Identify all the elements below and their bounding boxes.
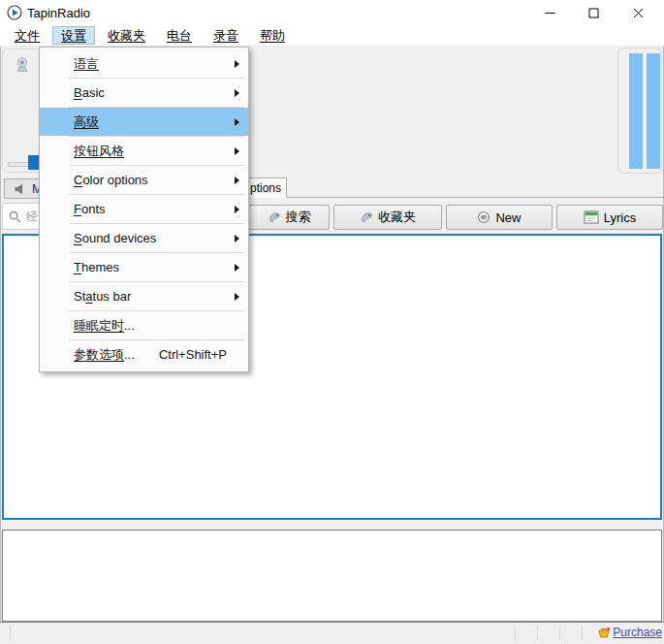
menubar-item-help[interactable]: 帮助 [251, 26, 294, 45]
lyrics-lyrics-window-icon [584, 210, 599, 224]
submenu-arrow-icon [235, 118, 239, 126]
search-wave-icon [268, 210, 281, 224]
menu-item-label: 高级 [74, 113, 99, 131]
menu-item-advanced[interactable]: 高级 [40, 108, 248, 136]
detail-panel[interactable] [2, 530, 662, 622]
submenu-arrow-icon [235, 235, 239, 242]
menubar-item-label: 帮助 [260, 27, 285, 45]
menubar-item-favorites[interactable]: 收藏夹 [99, 26, 154, 45]
menu-item-label: Basic [74, 85, 105, 100]
purchase-icon [597, 626, 611, 639]
menubar-item-label: 设置 [61, 27, 86, 45]
search-input-text: 经 [26, 209, 38, 225]
close-button[interactable] [617, 0, 660, 25]
menu-item-label: Color options [74, 173, 148, 187]
toolbar-button-label: Lyrics [604, 210, 636, 225]
menu-item-fonts[interactable]: Fonts [40, 195, 248, 223]
tab-options-partial[interactable]: ptions [243, 177, 287, 198]
settings-dropdown-menu: 语言Basic高级按钮风格Color optionsFontsSound dev… [39, 47, 249, 372]
app-play-icon [7, 5, 22, 20]
maximize-button[interactable] [572, 0, 616, 25]
statusbar-separator [515, 627, 516, 640]
statusbar-separator [582, 627, 583, 640]
tabstrip-baseline [231, 197, 664, 198]
toolbar-button-label: 搜索 [286, 209, 311, 226]
statusbar-separator [559, 627, 560, 640]
menu-item-button-style[interactable]: 按钮风格 [40, 137, 248, 165]
submenu-arrow-icon [235, 147, 239, 155]
menubar-item-settings[interactable]: 设置 [52, 26, 95, 45]
close-icon [633, 8, 644, 18]
menubar-item-file[interactable]: 文件 [6, 26, 48, 45]
submenu-arrow-icon [235, 264, 239, 272]
toolbar-button-label: New [495, 210, 521, 225]
statusbar-separator [537, 627, 538, 640]
statusbar: Purchase [0, 622, 664, 644]
minimize-button[interactable] [528, 0, 572, 25]
toolbar-button-new[interactable]: New [446, 205, 553, 230]
window-title: TapinRadio [27, 6, 90, 20]
menubar-item-label: 文件 [15, 27, 40, 45]
menu-item-color-options[interactable]: Color options [40, 166, 248, 194]
new-new-circle-icon [477, 210, 490, 224]
search-icon [9, 210, 21, 223]
menubar-item-label: 录音 [213, 27, 238, 45]
menu-item-label: 睡眠定时... [74, 317, 135, 335]
menu-item-label: 语言 [74, 55, 99, 73]
menu-item-status-bar[interactable]: Status bar [40, 282, 248, 310]
menu-item-language[interactable]: 语言 [40, 49, 248, 78]
submenu-arrow-icon [235, 206, 239, 213]
titlebar: TapinRadio [0, 0, 664, 25]
favorites-wave-icon [360, 210, 373, 224]
toolbar-button-label: 收藏夹 [378, 209, 416, 226]
maximize-icon [588, 8, 599, 18]
menu-item-label: 按钮风格 [74, 143, 124, 160]
menubar-item-stations[interactable]: 电台 [158, 26, 201, 45]
level-meter-bar [629, 53, 643, 169]
toolbar-button-lyrics[interactable]: Lyrics [556, 205, 663, 230]
statusbar-separator [10, 627, 11, 640]
menu-item-label: Sound devices [74, 231, 156, 245]
menu-item-themes[interactable]: Themes [40, 253, 248, 281]
menu-item-basic[interactable]: Basic [40, 79, 248, 107]
submenu-arrow-icon [235, 89, 239, 97]
menu-item-label: Themes [74, 260, 119, 274]
level-meter-group [617, 48, 662, 174]
menu-item-label: Fonts [74, 202, 106, 216]
minimize-icon [545, 8, 555, 18]
radio-icon [13, 55, 32, 75]
menu-item-label: 参数选项... [74, 346, 135, 364]
toolbar-button-search[interactable]: 搜索 [248, 205, 330, 230]
submenu-arrow-icon [235, 60, 239, 68]
purchase-link[interactable]: Purchase [613, 626, 662, 639]
toolbar-button-favorites[interactable]: 收藏夹 [333, 205, 442, 230]
tab-options-label: ptions [250, 181, 281, 195]
app-window: TapinRadio 文件设置收藏夹电台录音帮助 [0, 0, 664, 644]
submenu-arrow-icon [235, 293, 239, 301]
menu-item-shortcut: Ctrl+Shift+P [159, 347, 240, 362]
level-meter-bar [647, 53, 660, 169]
purchase-area: Purchase [597, 626, 662, 639]
menubar-item-label: 电台 [167, 27, 192, 45]
speaker-icon [15, 183, 27, 195]
menubar: 文件设置收藏夹电台录音帮助 [0, 25, 664, 47]
menu-item-sleep-timer[interactable]: 睡眠定时... [40, 311, 248, 339]
menu-item-label: Status bar [74, 289, 131, 304]
submenu-arrow-icon [235, 177, 239, 184]
menu-item-sound-devices[interactable]: Sound devices [40, 224, 248, 252]
menubar-item-label: 收藏夹 [108, 27, 145, 45]
menu-item-preferences[interactable]: 参数选项...Ctrl+Shift+P [40, 340, 248, 369]
menubar-item-recording[interactable]: 录音 [205, 26, 247, 45]
